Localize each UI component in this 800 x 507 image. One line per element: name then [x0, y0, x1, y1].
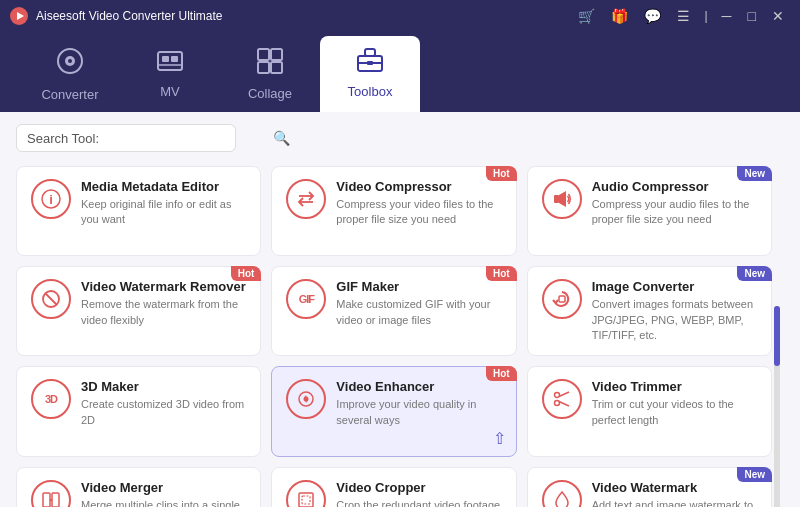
tool-info-video-compressor: Video CompressorCompress your video file… [336, 179, 501, 228]
tool-card-video-compressor[interactable]: HotVideo CompressorCompress your video f… [271, 166, 516, 256]
tool-card-video-merger[interactable]: Video MergerMerge multiple clips into a … [16, 467, 261, 507]
cart-icon[interactable]: 🛒 [572, 6, 601, 26]
app-logo [10, 7, 28, 25]
chat-icon[interactable]: 💬 [638, 6, 667, 26]
badge-video-enhancer: Hot [486, 366, 517, 381]
svg-rect-33 [52, 493, 59, 507]
tab-converter[interactable]: Converter [20, 40, 120, 112]
search-input[interactable] [105, 131, 273, 146]
scroll-up-arrow[interactable]: ⇧ [493, 429, 506, 448]
close-button[interactable]: ✕ [766, 6, 790, 26]
tool-icon-image-converter [542, 279, 582, 319]
tool-card-image-converter[interactable]: NewImage ConverterConvert images formats… [527, 266, 772, 356]
svg-rect-14 [365, 49, 375, 56]
svg-rect-6 [162, 56, 169, 62]
svg-rect-32 [43, 493, 50, 507]
svg-rect-12 [271, 62, 282, 73]
scrollbar[interactable] [774, 306, 780, 507]
tool-info-3d-maker: 3D MakerCreate customized 3D video from … [81, 379, 246, 428]
tool-desc-3d-maker: Create customized 3D video from 2D [81, 397, 246, 428]
collage-icon [257, 48, 283, 80]
tool-icon-video-trimmer [542, 379, 582, 419]
tool-card-video-cropper[interactable]: Video CropperCrop the redundant video fo… [271, 467, 516, 507]
mv-icon [156, 50, 184, 78]
tool-info-gif-maker: GIF MakerMake customized GIF with your v… [336, 279, 501, 328]
tool-name-video-watermark-remover: Video Watermark Remover [81, 279, 246, 294]
tool-desc-media-metadata-editor: Keep original file info or edit as you w… [81, 197, 246, 228]
svg-line-24 [45, 293, 57, 305]
svg-rect-10 [271, 49, 282, 60]
tool-grid: iMedia Metadata EditorKeep original file… [16, 166, 772, 507]
svg-rect-25 [559, 296, 565, 302]
tool-icon-audio-compressor [542, 179, 582, 219]
menu-icon[interactable]: ☰ [671, 6, 696, 26]
tool-card-gif-maker[interactable]: HotGIFGIF MakerMake customized GIF with … [271, 266, 516, 356]
svg-marker-22 [559, 191, 566, 207]
tab-toolbox-label: Toolbox [348, 84, 393, 99]
tool-card-audio-compressor[interactable]: NewAudio CompressorCompress your audio f… [527, 166, 772, 256]
svg-point-29 [554, 401, 559, 406]
tool-icon-video-watermark-remover [31, 279, 71, 319]
svg-point-28 [554, 393, 559, 398]
tool-name-video-watermark: Video Watermark [592, 480, 757, 495]
tool-card-video-watermark[interactable]: NewVideo WatermarkAdd text and image wat… [527, 467, 772, 507]
svg-text:i: i [49, 192, 53, 207]
svg-rect-9 [258, 49, 269, 60]
badge-video-watermark-remover: Hot [231, 266, 262, 281]
svg-rect-11 [258, 62, 269, 73]
tool-icon-video-enhancer [286, 379, 326, 419]
tool-info-image-converter: Image ConverterConvert images formats be… [592, 279, 757, 343]
tool-card-media-metadata-editor[interactable]: iMedia Metadata EditorKeep original file… [16, 166, 261, 256]
tool-name-image-converter: Image Converter [592, 279, 757, 294]
tool-name-video-merger: Video Merger [81, 480, 246, 495]
svg-rect-35 [299, 493, 313, 507]
tool-desc-video-watermark-remover: Remove the watermark from the video flex… [81, 297, 246, 328]
tool-name-gif-maker: GIF Maker [336, 279, 501, 294]
badge-video-compressor: Hot [486, 166, 517, 181]
tool-desc-gif-maker: Make customized GIF with your video or i… [336, 297, 501, 328]
tool-desc-video-enhancer: Improve your video quality in several wa… [336, 397, 501, 428]
svg-rect-21 [554, 195, 559, 203]
tool-info-media-metadata-editor: Media Metadata EditorKeep original file … [81, 179, 246, 228]
tool-icon-gif-maker: GIF [286, 279, 326, 319]
tool-icon-video-watermark [542, 480, 582, 507]
gift-icon[interactable]: 🎁 [605, 6, 634, 26]
svg-line-31 [559, 402, 569, 407]
tool-name-3d-maker: 3D Maker [81, 379, 246, 394]
tool-icon-3d-maker: 3D [31, 379, 71, 419]
tool-icon-video-cropper [286, 480, 326, 507]
tool-desc-video-compressor: Compress your video files to the proper … [336, 197, 501, 228]
search-label: Search Tool: [27, 131, 99, 146]
tool-desc-video-cropper: Crop the redundant video footage [336, 498, 501, 507]
tool-info-video-trimmer: Video TrimmerTrim or cut your videos to … [592, 379, 757, 428]
badge-image-converter: New [737, 266, 772, 281]
window-controls: 🛒 🎁 💬 ☰ | ─ □ ✕ [572, 6, 790, 26]
tool-info-video-cropper: Video CropperCrop the redundant video fo… [336, 480, 501, 507]
content-wrapper: iMedia Metadata EditorKeep original file… [16, 166, 784, 507]
search-icon[interactable]: 🔍 [273, 130, 290, 146]
scrollbar-thumb[interactable] [774, 306, 780, 366]
tab-toolbox[interactable]: Toolbox [320, 36, 420, 112]
tool-card-video-enhancer[interactable]: HotVideo EnhancerImprove your video qual… [271, 366, 516, 456]
tool-grid-wrap: iMedia Metadata EditorKeep original file… [16, 166, 784, 507]
tool-desc-video-trimmer: Trim or cut your videos to the perfect l… [592, 397, 757, 428]
search-bar[interactable]: Search Tool: 🔍 [16, 124, 236, 152]
tool-card-video-watermark-remover[interactable]: HotVideo Watermark RemoverRemove the wat… [16, 266, 261, 356]
svg-point-4 [68, 59, 72, 63]
svg-point-27 [304, 397, 309, 402]
maximize-button[interactable]: □ [742, 6, 762, 26]
tab-collage[interactable]: Collage [220, 40, 320, 112]
tool-card-3d-maker[interactable]: 3D3D MakerCreate customized 3D video fro… [16, 366, 261, 456]
svg-line-30 [559, 392, 569, 397]
converter-icon [56, 47, 84, 81]
badge-gif-maker: Hot [486, 266, 517, 281]
tool-desc-video-merger: Merge multiple clips into a single piece [81, 498, 246, 507]
tool-info-video-merger: Video MergerMerge multiple clips into a … [81, 480, 246, 507]
tab-mv-label: MV [160, 84, 180, 99]
svg-rect-16 [367, 61, 373, 65]
tab-mv[interactable]: MV [120, 40, 220, 112]
toolbox-icon [356, 46, 384, 78]
tool-card-video-trimmer[interactable]: Video TrimmerTrim or cut your videos to … [527, 366, 772, 456]
minimize-button[interactable]: ─ [716, 6, 738, 26]
tool-icon-media-metadata-editor: i [31, 179, 71, 219]
